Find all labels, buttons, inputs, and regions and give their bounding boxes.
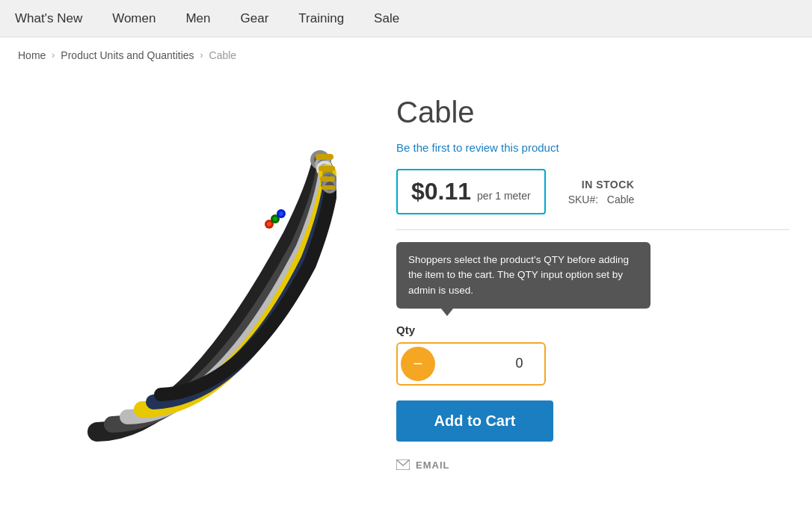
- qty-decrement-button[interactable]: −: [401, 347, 435, 381]
- price-unit: per 1 meter: [477, 190, 531, 202]
- svg-rect-22: [320, 176, 335, 182]
- divider: [396, 229, 790, 230]
- svg-point-15: [267, 222, 271, 226]
- email-label: EMAIL: [416, 460, 449, 471]
- main-nav: What's New Women Men Gear Training Sale: [0, 0, 812, 37]
- qty-controls: − +: [396, 342, 546, 386]
- nav-whats-new[interactable]: What's New: [15, 11, 82, 26]
- svg-point-17: [273, 217, 277, 221]
- nav-sale[interactable]: Sale: [374, 11, 399, 26]
- svg-rect-21: [319, 166, 335, 171]
- nav-men[interactable]: Men: [185, 11, 210, 26]
- in-stock-badge: IN STOCK: [568, 179, 635, 191]
- tooltip-box: Shoppers select the product's QTY before…: [396, 242, 650, 309]
- email-icon: [396, 460, 410, 470]
- breadcrumb-sep-2: ›: [200, 50, 203, 61]
- breadcrumb-current: Cable: [209, 49, 237, 61]
- tooltip-text: Shoppers select the product's QTY before…: [408, 254, 629, 296]
- sku-line: SKU#: Cable: [568, 194, 635, 205]
- review-link[interactable]: Be the first to review this product: [396, 141, 790, 154]
- qty-label: Qty: [396, 324, 790, 336]
- price-stock-row: $0.11 per 1 meter IN STOCK SKU#: Cable: [396, 169, 790, 214]
- stock-sku: IN STOCK SKU#: Cable: [568, 179, 635, 205]
- product-image: [22, 88, 351, 471]
- svg-rect-23: [322, 185, 335, 190]
- nav-training[interactable]: Training: [298, 11, 344, 26]
- price-box: $0.11 per 1 meter: [396, 169, 546, 214]
- add-to-cart-button[interactable]: Add to Cart: [396, 400, 553, 442]
- breadcrumb-sep-1: ›: [52, 50, 55, 61]
- sku-value: Cable: [607, 194, 635, 205]
- sku-label: SKU#:: [568, 194, 598, 205]
- product-info: Cable Be the first to review this produc…: [396, 88, 790, 471]
- qty-input[interactable]: [438, 356, 546, 371]
- product-layout: Cable Be the first to review this produc…: [0, 73, 812, 501]
- breadcrumb-category[interactable]: Product Units and Quantities: [61, 49, 194, 61]
- product-title: Cable: [396, 96, 790, 129]
- svg-rect-20: [316, 154, 333, 160]
- breadcrumb-home[interactable]: Home: [18, 49, 46, 61]
- svg-point-19: [279, 211, 283, 216]
- price-value: $0.11: [411, 178, 471, 205]
- email-row: EMAIL: [396, 460, 790, 471]
- nav-women[interactable]: Women: [112, 11, 156, 26]
- nav-gear[interactable]: Gear: [241, 11, 269, 26]
- breadcrumb: Home › Product Units and Quantities › Ca…: [0, 37, 812, 73]
